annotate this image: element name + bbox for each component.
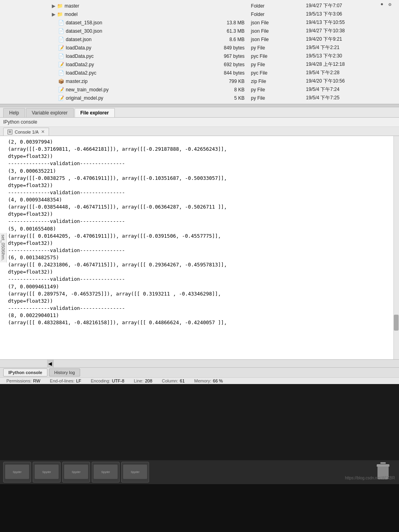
file-table-row[interactable]: 📝new_train_model.py 8 KB py File 19/5/4 … [0, 85, 399, 94]
file-explorer: ▶📁master Folder 19/4/27 下午7:07 ▶📁model F… [0, 0, 399, 104]
taskbar-item[interactable]: Spyder [33, 462, 61, 483]
taskbar-item[interactable]: Spyder [3, 462, 31, 483]
file-type: json File [248, 18, 303, 27]
file-table-row[interactable]: ▶📁model Folder 19/5/13 下午3:06 [0, 10, 399, 18]
file-table-row[interactable]: 📦master.zip 799 KB zip File 19/4/20 下午10… [0, 77, 399, 85]
file-date: 19/5/4 下午7:25 [303, 94, 399, 102]
column-value: 61 [180, 378, 185, 383]
status-line: Line: 208 [134, 378, 152, 383]
file-size: 8.6 MB [193, 35, 248, 43]
side-label: set_0506lhm. [0, 233, 7, 262]
file-name: 📄dataset.json [0, 35, 193, 43]
taskbar-thumb: Spyder [94, 465, 118, 479]
file-date: 19/4/20 下午9:21 [303, 35, 399, 43]
file-type: json File [248, 27, 303, 35]
file-size: 849 bytes [193, 43, 248, 52]
file-table-row[interactable]: ▶📁master Folder 19/4/27 下午7:07 [0, 2, 399, 10]
memory-label: Memory: [194, 378, 211, 383]
file-size: 5 KB [193, 94, 248, 102]
file-type: pyc File [248, 52, 303, 60]
file-name: ▶📁model [0, 10, 193, 18]
left-arrow-button[interactable]: ◀ [47, 360, 53, 368]
console-tab-label: Console 1/A [15, 130, 39, 134]
eol-value: LF [76, 378, 81, 383]
file-type: Folder [248, 2, 303, 10]
status-bar: Permissions: RW End-of-lines: LF Encodin… [0, 377, 399, 384]
console-title: IPython console [0, 118, 399, 127]
console-tab-icon: ⧉ [8, 130, 12, 134]
status-encoding: Encoding: UTF-8 [91, 378, 124, 383]
file-date: 19/5/4 下午7:24 [303, 85, 399, 94]
file-date: 19/4/20 下午10:56 [303, 77, 399, 85]
file-date: 19/4/13 下午10:55 [303, 18, 399, 27]
status-column: Column: 61 [162, 378, 185, 383]
encoding-value: UTF-8 [112, 378, 124, 383]
bottom-dark-area [0, 484, 399, 532]
line-label: Line: [134, 378, 143, 383]
file-date: 19/5/4 下午2:28 [303, 69, 399, 77]
bottom-tab-ipython[interactable]: IPython console [3, 368, 47, 376]
file-table-row[interactable]: 📄loadData.pyc 967 bytes pyc File 19/5/13… [0, 52, 399, 60]
taskbar-item[interactable]: Spyder [92, 462, 120, 483]
trash-handle [380, 462, 386, 464]
scroll-thumb [394, 315, 399, 331]
file-size: 13.8 MB [193, 18, 248, 27]
file-table-row[interactable]: 📄dataset.json 8.6 MB json File 19/4/20 下… [0, 35, 399, 43]
file-table-row[interactable]: 📝loadData2.py 692 bytes py File 19/4/28 … [0, 60, 399, 69]
taskbar-item[interactable]: Spyder [62, 462, 90, 483]
watermark: https://blog.csdn.net/AFXBR [345, 476, 395, 480]
file-type: py File [248, 85, 303, 94]
file-table-row[interactable]: 📄dataset_158.json 13.8 MB json File 19/4… [0, 18, 399, 27]
bottom-tabs: IPython console History log [0, 367, 399, 377]
taskbar-thumb: Spyder [64, 465, 88, 479]
tab-variable-explorer[interactable]: Variable explorer [26, 108, 74, 117]
file-size [193, 10, 248, 18]
file-table-row[interactable]: 📝loadData.py 849 bytes py File 19/5/4 下午… [0, 43, 399, 52]
file-type: py File [248, 60, 303, 69]
file-name: 📝loadData.py [0, 43, 193, 52]
file-name: ▶📁master [0, 2, 193, 10]
file-date: 19/4/28 上午12:18 [303, 60, 399, 69]
console-text: (2, 0.00397994) (array([[-0.37169811, -0… [8, 138, 395, 326]
taskbar-item[interactable]: Spyder [121, 462, 149, 483]
file-name: 📄dataset_158.json [0, 18, 193, 27]
console-output[interactable]: (2, 0.00397994) (array([[-0.37169811, -0… [0, 136, 399, 359]
file-date: 19/4/27 下午10:38 [303, 27, 399, 35]
status-memory: Memory: 66 % [194, 378, 223, 383]
file-type: py File [248, 94, 303, 102]
file-type: zip File [248, 77, 303, 85]
tab-bar: Help Variable explorer File explorer [0, 107, 399, 118]
tab-file-explorer[interactable]: File explorer [75, 108, 115, 117]
line-value: 208 [145, 378, 152, 383]
scroll-indicator[interactable] [393, 136, 399, 359]
trash-lid [377, 464, 389, 467]
file-date: 19/5/13 下午2:30 [303, 52, 399, 60]
tab-help[interactable]: Help [3, 108, 25, 117]
encoding-label: Encoding: [91, 378, 110, 383]
console-tab-bar: ⧉ Console 1/A ✕ ● ⚙ [0, 127, 399, 136]
settings-icon-area: ● ⚙ [379, 2, 393, 7]
file-date: 19/5/13 下午3:06 [303, 10, 399, 18]
file-type: py File [248, 43, 303, 52]
file-name: 📝original_model.py [0, 94, 193, 102]
gear-icon[interactable]: ⚙ [387, 2, 393, 7]
file-size: 61.3 MB [193, 27, 248, 35]
bottom-arrow-bar: ◀ [0, 359, 399, 367]
taskbar-thumb: Spyder [5, 465, 29, 479]
file-name: 📦master.zip [0, 77, 193, 85]
console-tab-1[interactable]: ⧉ Console 1/A ✕ [3, 128, 49, 136]
file-type: pyc File [248, 69, 303, 77]
file-table-row[interactable]: 📄dataset_300.json 61.3 MB json File 19/4… [0, 27, 399, 35]
file-name: 📄dataset_300.json [0, 27, 193, 35]
file-table-row[interactable]: 📝original_model.py 5 KB py File 19/5/4 下… [0, 94, 399, 102]
permissions-value: RW [33, 378, 40, 383]
file-table-row[interactable]: 📄loadData2.pyc 844 bytes pyc File 19/5/4… [0, 69, 399, 77]
eol-label: End-of-lines: [50, 378, 75, 383]
circle-icon[interactable]: ● [379, 2, 385, 7]
file-size: 844 bytes [193, 69, 248, 77]
status-permissions: Permissions: RW [6, 378, 40, 383]
taskbar: Spyder Spyder Spyder Spyder Spyder [0, 460, 399, 484]
console-tab-close[interactable]: ✕ [41, 129, 45, 134]
bottom-tab-history[interactable]: History log [49, 368, 80, 376]
file-name: 📄loadData.pyc [0, 52, 193, 60]
